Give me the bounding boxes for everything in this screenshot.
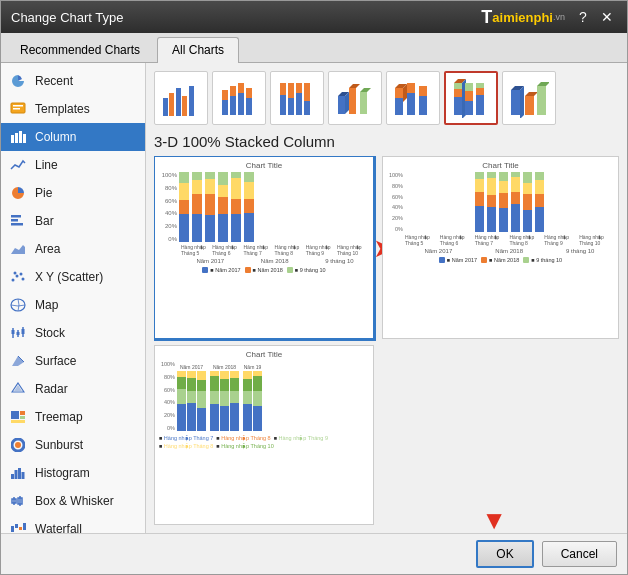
svg-rect-54 [222,90,228,100]
svg-rect-80 [407,93,415,115]
change-chart-type-dialog: Change Chart Type T aimienphi .vn ? ✕ Re… [0,0,628,575]
svg-rect-91 [465,83,473,91]
chart-icon-3d-stacked[interactable] [386,71,440,125]
sidebar-item-map-label: Map [35,298,58,312]
svg-rect-57 [238,93,244,115]
svg-rect-58 [238,83,244,93]
sidebar-item-column-label: Column [35,130,76,144]
sidebar-item-recent[interactable]: Recent [1,67,145,95]
sidebar-item-box-label: Box & Whisker [35,494,114,508]
svg-rect-5 [19,131,22,143]
tab-all-charts[interactable]: All Charts [157,37,239,63]
svg-rect-66 [296,83,302,93]
chart-icon-3d-clustered[interactable] [328,71,382,125]
svg-rect-28 [11,420,25,423]
preview-area: Chart Title 100%80%60%40%20%0% [154,156,619,525]
svg-rect-83 [419,86,427,96]
chart-icon-3d-column[interactable] [502,71,556,125]
sidebar-item-scatter-label: X Y (Scatter) [35,270,103,284]
svg-rect-76 [395,98,403,115]
sidebar-item-surface-label: Surface [35,354,76,368]
treemap-icon [9,408,27,426]
sidebar-item-line[interactable]: Line [1,151,145,179]
sidebar-item-treemap[interactable]: Treemap [1,403,145,431]
sidebar-item-histogram[interactable]: Histogram [1,459,145,487]
sidebar-item-column[interactable]: Column [1,123,145,151]
svg-marker-10 [11,245,25,254]
svg-rect-25 [11,411,19,419]
svg-rect-77 [395,88,403,98]
sidebar-item-waterfall[interactable]: Waterfall [1,515,145,533]
svg-point-12 [16,275,19,278]
svg-marker-73 [349,84,360,88]
svg-rect-50 [176,88,181,116]
cancel-button[interactable]: Cancel [542,541,617,567]
preview-card-1[interactable]: Chart Title 100%80%60%40%20%0% [154,156,374,339]
svg-rect-6 [23,134,26,143]
svg-rect-3 [11,135,14,143]
svg-rect-100 [537,86,546,115]
help-button[interactable]: ? [573,7,593,27]
sidebar-item-area-label: Area [35,242,60,256]
svg-rect-26 [20,411,25,415]
sidebar-item-pie[interactable]: Pie [1,179,145,207]
sidebar-item-area[interactable]: Area [1,235,145,263]
svg-rect-53 [222,100,228,115]
svg-rect-62 [280,83,286,95]
title-bar: Change Chart Type T aimienphi .vn ? ✕ [1,1,627,33]
preview-spacer [382,345,619,525]
svg-rect-86 [454,83,462,89]
chart-icon-clustered[interactable] [154,71,208,125]
svg-rect-55 [230,96,236,115]
chart-icon-100stacked[interactable] [270,71,324,125]
sidebar-item-stock[interactable]: Stock [1,319,145,347]
svg-rect-41 [19,527,22,530]
tab-recommended[interactable]: Recommended Charts [5,37,155,62]
preview-row-top: Chart Title 100%80%60%40%20%0% [154,156,619,339]
sidebar-item-surface[interactable]: Surface [1,347,145,375]
svg-rect-22 [22,329,25,334]
sidebar-item-line-label: Line [35,158,58,172]
svg-point-15 [14,272,17,275]
svg-rect-4 [15,133,18,143]
sidebar-item-templates-label: Templates [35,102,90,116]
sidebar-item-sunburst[interactable]: Sunburst [1,431,145,459]
surface-icon [9,352,27,370]
svg-rect-9 [11,223,23,226]
svg-point-11 [12,279,15,282]
box-icon [9,492,27,510]
svg-marker-75 [360,88,371,92]
bar-icon [9,212,27,230]
preview-card-3[interactable]: Chart Title 100%80%60%40%20%0% Năm 2017 [154,345,374,525]
histogram-icon [9,464,27,482]
sidebar-item-radar[interactable]: Radar [1,375,145,403]
close-button[interactable]: ✕ [597,7,617,27]
svg-rect-51 [182,96,187,116]
svg-rect-98 [525,96,534,115]
svg-rect-20 [17,332,20,335]
svg-marker-97 [520,86,524,118]
sidebar-item-bar[interactable]: Bar [1,207,145,235]
sidebar-item-scatter[interactable]: X Y (Scatter) [1,263,145,291]
sidebar-item-histogram-label: Histogram [35,466,90,480]
chart-icon-3d-100stacked[interactable] [444,71,498,125]
sidebar-item-box[interactable]: Box & Whisker [1,487,145,515]
logo: T aimienphi .vn [481,7,565,28]
sidebar-item-waterfall-label: Waterfall [35,522,82,533]
map-icon [9,296,27,314]
line-icon [9,156,27,174]
sidebar-item-templates[interactable]: Templates [1,95,145,123]
sidebar-item-map[interactable]: Map [1,291,145,319]
chart-icon-stacked[interactable] [212,71,266,125]
svg-rect-82 [419,96,427,115]
svg-rect-52 [189,86,194,116]
svg-rect-60 [246,88,252,98]
svg-marker-101 [537,82,549,86]
sidebar-item-sunburst-label: Sunburst [35,438,83,452]
svg-rect-48 [163,98,168,116]
ok-button[interactable]: OK [476,540,533,568]
preview-card-2[interactable]: Chart Title 100%80%60%40%20%0% [382,156,619,339]
sidebar-item-stock-label: Stock [35,326,65,340]
templates-icon [9,100,27,118]
recent-icon [9,72,27,90]
